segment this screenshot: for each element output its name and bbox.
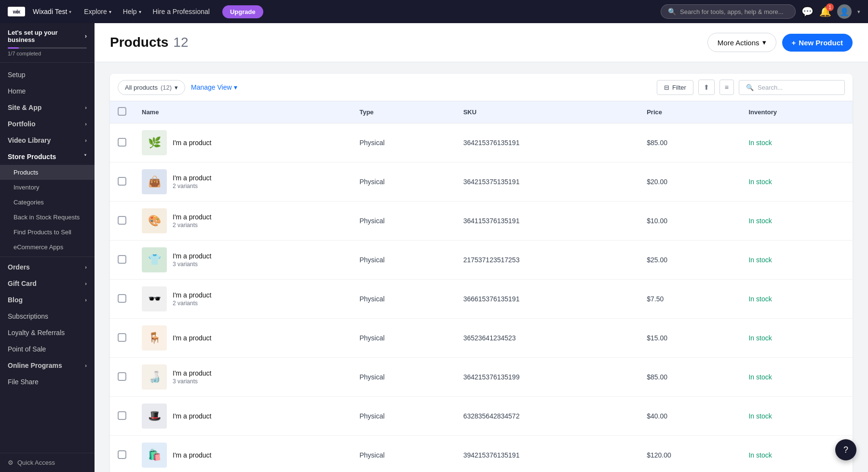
setup-title[interactable]: Let's set up your business › <box>8 29 87 43</box>
sidebar-item-file-share[interactable]: File Share <box>0 374 95 390</box>
setup-subtitle: 1/7 completed <box>8 51 87 56</box>
row-checkbox-cell[interactable] <box>110 280 134 319</box>
row-checkbox[interactable] <box>118 216 126 225</box>
select-all-header[interactable] <box>110 101 134 123</box>
row-checkbox-cell[interactable] <box>110 397 134 436</box>
setup-progress-bar-track <box>8 47 87 49</box>
product-name-info: I'm a product <box>173 451 212 459</box>
row-name-cell[interactable]: 🍶 I'm a product 3 variants <box>134 358 352 397</box>
row-checkbox[interactable] <box>118 177 126 186</box>
sidebar-item-store-products[interactable]: Store Products ˅ <box>0 148 95 165</box>
product-image: 🪑 <box>142 325 167 351</box>
online-programs-chevron-icon: › <box>85 363 87 368</box>
manage-view-button[interactable]: Manage View ▾ <box>191 81 237 93</box>
columns-button[interactable]: ≡ <box>719 80 734 95</box>
sidebar-item-back-in-stock[interactable]: Back in Stock Requests <box>0 210 95 225</box>
sidebar-item-home[interactable]: Home <box>0 83 95 99</box>
product-filter-dropdown[interactable]: All products (12) ▾ <box>118 80 185 95</box>
sidebar-item-ecommerce-apps[interactable]: eCommerce Apps <box>0 240 95 255</box>
row-name-cell[interactable]: 🎨 I'm a product 2 variants <box>134 202 352 241</box>
product-name-info: I'm a product <box>173 334 212 342</box>
row-price: $10.00 <box>639 202 741 241</box>
upgrade-button[interactable]: Upgrade <box>222 5 263 18</box>
row-checkbox[interactable] <box>118 294 126 303</box>
sidebar-item-orders[interactable]: Orders › <box>0 259 95 275</box>
row-inventory: In stock <box>741 397 853 436</box>
table-row: 🪑 I'm a product Physical 36523641234523 … <box>110 319 853 358</box>
sidebar-item-portfolio[interactable]: Portfolio › <box>0 116 95 132</box>
sidebar-item-subscriptions[interactable]: Subscriptions <box>0 308 95 324</box>
avatar-chevron-icon: ▾ <box>857 9 860 15</box>
row-checkbox-cell[interactable] <box>110 202 134 241</box>
row-name-cell[interactable]: 🪑 I'm a product <box>134 319 352 358</box>
filter-button[interactable]: ⊟ Filter <box>657 80 693 95</box>
row-checkbox[interactable] <box>118 411 126 420</box>
row-checkbox-cell[interactable] <box>110 162 134 202</box>
more-actions-button[interactable]: More Actions ▾ <box>707 33 776 52</box>
sidebar-item-online-programs[interactable]: Online Programs › <box>0 357 95 374</box>
row-type: Physical <box>352 280 455 319</box>
sidebar-item-blog[interactable]: Blog › <box>0 292 95 308</box>
table-row: 🎩 I'm a product Physical 632835642834572… <box>110 397 853 436</box>
sidebar-item-loyalty-referrals[interactable]: Loyalty & Referrals <box>0 324 95 341</box>
table-search[interactable]: 🔍 <box>739 80 845 95</box>
table-search-input[interactable] <box>758 84 838 91</box>
row-checkbox[interactable] <box>118 450 126 459</box>
video-library-chevron-icon: › <box>85 137 87 143</box>
row-name-cell[interactable]: 🎩 I'm a product <box>134 397 352 436</box>
product-name: I'm a product <box>173 369 212 377</box>
row-checkbox-cell[interactable] <box>110 319 134 358</box>
user-avatar[interactable]: 👤 <box>837 4 852 19</box>
row-name-cell[interactable]: 👜 I'm a product 2 variants <box>134 162 352 202</box>
quick-access-icon: ⚙ <box>8 459 14 466</box>
site-name-dropdown[interactable]: Wixadi Test ▾ <box>33 8 71 15</box>
row-checkbox-cell[interactable] <box>110 358 134 397</box>
new-product-button[interactable]: + New Product <box>782 34 853 52</box>
row-name-cell[interactable]: 🛍️ I'm a product <box>134 436 352 472</box>
sidebar-item-point-of-sale[interactable]: Point of Sale <box>0 341 95 357</box>
quick-access-button[interactable]: ⚙ Quick Access <box>0 453 95 472</box>
row-type: Physical <box>352 202 455 241</box>
row-checkbox[interactable] <box>118 255 126 264</box>
sidebar-item-inventory[interactable]: Inventory <box>0 180 95 195</box>
row-name-cell[interactable]: 🌿 I'm a product <box>134 123 352 162</box>
help-bubble[interactable]: ? <box>835 439 856 460</box>
topnav-explore[interactable]: Explore ▾ <box>79 5 116 18</box>
main-content: Products 12 More Actions ▾ + New Product <box>95 23 868 472</box>
topnav-hire[interactable]: Hire a Professional <box>148 5 215 18</box>
product-variants: 2 variants <box>173 300 212 307</box>
export-button[interactable]: ⬆ <box>698 80 715 95</box>
row-type: Physical <box>352 397 455 436</box>
sidebar-item-setup[interactable]: Setup <box>0 67 95 83</box>
row-checkbox[interactable] <box>118 372 126 381</box>
column-price: Price <box>639 101 741 123</box>
sidebar-item-categories[interactable]: Categories <box>0 195 95 210</box>
new-product-plus-icon: + <box>792 39 796 47</box>
row-checkbox[interactable] <box>118 138 126 147</box>
global-search-input[interactable] <box>680 8 788 15</box>
product-name-info: I'm a product 2 variants <box>173 213 212 229</box>
sidebar-item-video-library[interactable]: Video Library › <box>0 132 95 148</box>
row-checkbox-cell[interactable] <box>110 241 134 280</box>
sidebar-item-gift-card[interactable]: Gift Card › <box>0 275 95 292</box>
row-name-cell[interactable]: 🕶️ I'm a product 2 variants <box>134 280 352 319</box>
messages-icon[interactable]: 💬 <box>801 6 814 17</box>
select-all-checkbox[interactable] <box>118 107 126 116</box>
sidebar-item-find-products[interactable]: Find Products to Sell <box>0 225 95 240</box>
row-checkbox-cell[interactable] <box>110 436 134 472</box>
row-sku: 364215375135191 <box>456 162 639 202</box>
notifications-icon[interactable]: 🔔 1 <box>819 6 831 17</box>
manage-view-chevron-icon: ▾ <box>234 83 237 91</box>
row-checkbox-cell[interactable] <box>110 123 134 162</box>
topnav-help[interactable]: Help ▾ <box>118 5 146 18</box>
product-name: I'm a product <box>173 334 212 342</box>
row-sku: 394215376135191 <box>456 436 639 472</box>
row-name-cell[interactable]: 👕 I'm a product 3 variants <box>134 241 352 280</box>
row-sku: 364215376135191 <box>456 123 639 162</box>
row-price: $85.00 <box>639 358 741 397</box>
global-search[interactable]: 🔍 <box>661 4 796 19</box>
sidebar-item-products[interactable]: Products <box>0 165 95 180</box>
sidebar-item-site-app[interactable]: Site & App › <box>0 99 95 116</box>
row-checkbox[interactable] <box>118 333 126 342</box>
product-count: 12 <box>173 35 188 50</box>
